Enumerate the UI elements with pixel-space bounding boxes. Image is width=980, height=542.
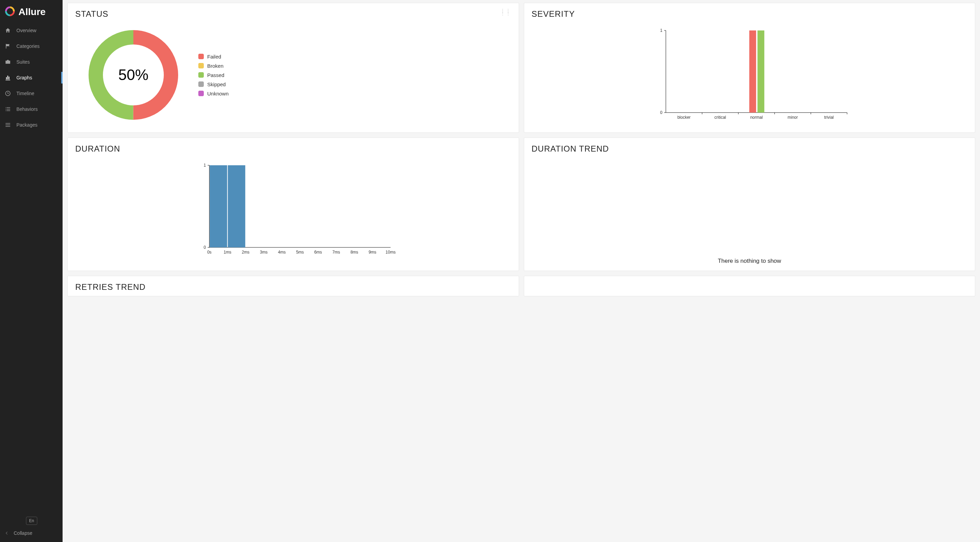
swatch-icon	[198, 63, 204, 69]
axis-tick: minor	[788, 115, 798, 120]
legend-item[interactable]: Unknown	[198, 91, 229, 97]
axis-tick: 10ms	[386, 250, 396, 255]
axis-tick: normal	[750, 115, 762, 120]
duration-bar	[210, 165, 227, 247]
duration-title: DURATION	[75, 144, 511, 154]
sidebar-item-graphs[interactable]: Graphs	[0, 70, 62, 86]
legend-item[interactable]: Broken	[198, 63, 229, 69]
sidebar-item-suites[interactable]: Suites	[0, 54, 62, 70]
sidebar-item-label: Timeline	[16, 91, 34, 96]
layers-icon	[5, 122, 11, 128]
legend-item[interactable]: Passed	[198, 72, 229, 78]
axis-tick: 8ms	[350, 250, 358, 255]
axis-tick: blocker	[677, 115, 690, 120]
axis-tick: 6ms	[314, 250, 322, 255]
status-card: ⋮⋮⋮⋮ STATUS 50% Failed Broken Passed Ski…	[67, 3, 519, 133]
brand: Allure	[0, 0, 62, 22]
sidebar-item-label: Packages	[16, 122, 37, 128]
collapse-label: Collapse	[14, 530, 32, 536]
axis-tick: 5ms	[296, 250, 304, 255]
axis-tick: 7ms	[332, 250, 340, 255]
severity-bar-chart: 1 0 blocker critical normal minor trivia…	[532, 24, 968, 123]
sidebar-item-overview[interactable]: Overview	[0, 22, 62, 38]
axis-tick: 4ms	[278, 250, 286, 255]
sidebar-item-label: Graphs	[16, 75, 32, 80]
sidebar-item-label: Suites	[16, 59, 30, 65]
drag-handle-icon[interactable]: ⋮⋮⋮⋮	[500, 9, 511, 15]
legend-label: Passed	[207, 72, 224, 78]
briefcase-icon	[5, 59, 11, 65]
legend-label: Broken	[207, 63, 224, 69]
status-legend: Failed Broken Passed Skipped Unknown	[198, 54, 229, 97]
bar-chart-icon	[5, 75, 11, 81]
axis-tick: 0	[204, 245, 206, 250]
language-button[interactable]: En	[26, 516, 37, 525]
duration-card: DURATION 1 0 0s 1ms 2ms 3ms 4ms 5ms 6ms …	[67, 137, 519, 271]
legend-item[interactable]: Failed	[198, 54, 229, 59]
sidebar-item-label: Overview	[16, 28, 36, 33]
legend-label: Failed	[207, 54, 221, 59]
legend-item[interactable]: Skipped	[198, 81, 229, 87]
severity-bar-failed	[749, 30, 756, 113]
sidebar-footer: En Collapse	[0, 513, 62, 542]
axis-tick: 1	[660, 28, 662, 33]
status-center-label: 50%	[86, 27, 181, 123]
duration-bar	[228, 165, 245, 247]
retries-trend-title: RETRIES TREND	[75, 282, 511, 292]
axis-tick: 2ms	[242, 250, 250, 255]
axis-tick: critical	[714, 115, 726, 120]
axis-tick: 0	[660, 110, 662, 115]
sidebar-item-timeline[interactable]: Timeline	[0, 86, 62, 101]
empty-message: There is nothing to show	[532, 158, 968, 265]
retries-trend-card: RETRIES TREND	[67, 276, 519, 297]
sidebar: Allure Overview Categories Suites Graphs…	[0, 0, 62, 542]
duration-histogram: 1 0 0s 1ms 2ms 3ms 4ms 5ms 6ms 7ms 8ms 9…	[75, 158, 511, 258]
list-icon	[5, 106, 11, 112]
x-ticks: 0s 1ms 2ms 3ms 4ms 5ms 6ms 7ms 8ms 9ms 1…	[207, 250, 396, 255]
axis-tick: 3ms	[260, 250, 268, 255]
severity-card: SEVERITY 1 0 blocker critical normal min…	[524, 3, 975, 133]
sidebar-nav: Overview Categories Suites Graphs Timeli…	[0, 22, 62, 513]
duration-trend-card: DURATION TREND There is nothing to show	[524, 137, 975, 271]
severity-bar-passed	[757, 30, 764, 113]
swatch-icon	[198, 81, 204, 87]
sidebar-item-packages[interactable]: Packages	[0, 117, 62, 133]
axis-tick: 9ms	[369, 250, 377, 255]
severity-title: SEVERITY	[532, 9, 968, 19]
main-content: ⋮⋮⋮⋮ STATUS 50% Failed Broken Passed Ski…	[62, 0, 980, 542]
sidebar-item-label: Categories	[16, 43, 40, 49]
categories-trend-card	[524, 276, 975, 297]
collapse-button[interactable]: Collapse	[5, 530, 58, 536]
legend-label: Unknown	[207, 91, 229, 97]
chevron-left-icon	[5, 531, 9, 535]
sidebar-item-categories[interactable]: Categories	[0, 38, 62, 54]
brand-title: Allure	[19, 6, 46, 18]
swatch-icon	[198, 91, 204, 96]
duration-trend-title: DURATION TREND	[532, 144, 968, 154]
sidebar-item-behaviors[interactable]: Behaviors	[0, 101, 62, 117]
clock-icon	[5, 90, 11, 97]
allure-logo-icon	[5, 6, 15, 18]
swatch-icon	[198, 54, 204, 59]
axis-tick: 1ms	[224, 250, 231, 255]
status-title: STATUS	[75, 9, 511, 19]
swatch-icon	[198, 72, 204, 78]
axis-tick: 1	[204, 163, 206, 168]
axis-tick: 0s	[207, 250, 212, 255]
flag-icon	[5, 43, 11, 49]
sidebar-item-label: Behaviors	[16, 107, 38, 112]
legend-label: Skipped	[207, 81, 226, 87]
status-donut-chart: 50%	[86, 27, 181, 123]
axis-tick: trivial	[824, 115, 834, 120]
home-icon	[5, 27, 11, 33]
